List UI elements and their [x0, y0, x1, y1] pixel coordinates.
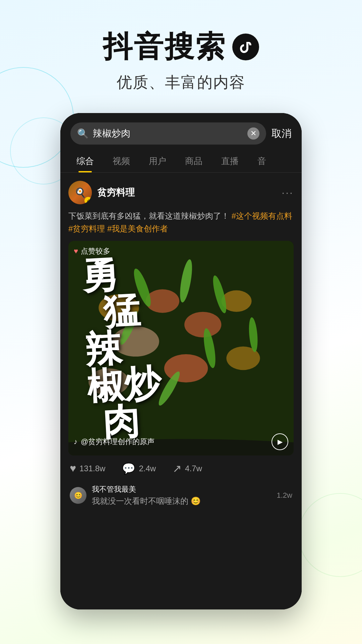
- more-options-icon[interactable]: ···: [282, 186, 294, 199]
- search-query[interactable]: 辣椒炒肉: [93, 127, 243, 140]
- post-user[interactable]: 🍳 ✓ 贫穷料理: [68, 181, 135, 204]
- play-button[interactable]: ▶: [272, 433, 288, 450]
- video-text-line1: 勇: [80, 254, 156, 294]
- comment-content: 我不管我最美 我就没一次看时不咽唾沫的 😊: [92, 484, 272, 506]
- heart-stat-icon: ♥: [70, 462, 76, 475]
- tab-label: 综合: [76, 156, 94, 166]
- comments-stat: 💬 2.4w: [122, 462, 156, 475]
- commenter-name: 我不管我最美: [92, 484, 272, 494]
- search-bar: 🔍 辣椒炒肉 ✕ 取消: [60, 113, 302, 150]
- tab-label: 用户: [149, 156, 166, 166]
- tab-audio[interactable]: 音: [248, 150, 276, 172]
- post-header: 🍳 ✓ 贫穷料理 ···: [68, 181, 294, 204]
- comment-preview: 😊 我不管我最美 我就没一次看时不咽唾沫的 😊 1.2w: [68, 480, 294, 511]
- shares-count: 4.7w: [185, 464, 202, 473]
- search-clear-button[interactable]: ✕: [247, 127, 259, 140]
- video-text-line4: 椒炒: [86, 365, 162, 405]
- avatar: 🍳 ✓: [68, 181, 92, 204]
- share-stat-icon: ↗: [173, 462, 182, 475]
- music-note-icon: ♪: [74, 437, 77, 446]
- search-icon: 🔍: [77, 128, 89, 139]
- cancel-button[interactable]: 取消: [272, 127, 292, 141]
- video-bottom: ♪ @贫穷料理创作的原声 ▶: [74, 433, 288, 450]
- commenter-avatar: 😊: [70, 487, 86, 504]
- search-tabs: 综合 视频 用户 商品 直播 音: [60, 150, 302, 173]
- sound-label: @贫穷料理创作的原声: [81, 437, 155, 447]
- comments-count: 2.4w: [139, 464, 156, 473]
- tab-comprehensive[interactable]: 综合: [67, 150, 103, 172]
- comment-stat-icon: 💬: [122, 462, 135, 475]
- badge-text: 点赞较多: [81, 246, 110, 256]
- phone-mockup: 🔍 辣椒炒肉 ✕ 取消 综合 视频 用户: [60, 113, 302, 609]
- likes-stat: ♥ 131.8w: [70, 462, 105, 475]
- video-text-line3: 辣: [84, 328, 160, 368]
- tab-label: 直播: [221, 156, 239, 166]
- content-area: 🍳 ✓ 贫穷料理 ··· 下饭菜到底有多凶猛，就看这道辣椒炒肉了！ #这个视频有…: [60, 173, 302, 609]
- post-description: 下饭菜到底有多凶猛，就看这道辣椒炒肉了！ #这个视频有点料 #贫穷料理 #我是美…: [68, 210, 294, 235]
- video-text-line2: 猛: [102, 291, 158, 330]
- tab-user[interactable]: 用户: [139, 150, 176, 172]
- search-input-wrap[interactable]: 🔍 辣椒炒肉 ✕: [70, 122, 266, 145]
- page-title: 抖音搜索: [0, 27, 362, 67]
- comment-count: 1.2w: [277, 491, 292, 500]
- comment-text: 我就没一次看时不咽唾沫的 😊: [92, 496, 272, 506]
- likes-count: 131.8w: [79, 464, 105, 473]
- post-desc-text: 下饭菜到底有多凶猛，就看这道辣椒炒肉了！: [68, 211, 229, 220]
- tiktok-logo-icon: [232, 34, 259, 60]
- phone-screen: 🔍 辣椒炒肉 ✕ 取消 综合 视频 用户: [60, 113, 302, 609]
- verified-badge: ✓: [84, 197, 92, 204]
- tab-label: 商品: [185, 156, 202, 166]
- video-overlay-text: 勇 猛 辣 椒炒 肉: [68, 241, 294, 455]
- shares-stat: ↗ 4.7w: [173, 462, 202, 475]
- heart-icon: ♥: [74, 247, 78, 256]
- tab-product[interactable]: 商品: [176, 150, 212, 172]
- tab-video[interactable]: 视频: [103, 150, 139, 172]
- title-text: 抖音搜索: [103, 27, 226, 67]
- video-badge: ♥ 点赞较多: [74, 246, 110, 256]
- tab-live[interactable]: 直播: [212, 150, 248, 172]
- video-thumbnail[interactable]: 勇 猛 辣 椒炒 肉 ♥ 点赞较多: [68, 241, 294, 455]
- video-sound-info: ♪ @贫穷料理创作的原声: [74, 437, 155, 447]
- close-icon: ✕: [250, 129, 256, 138]
- username: 贫穷料理: [97, 186, 135, 199]
- tab-label: 视频: [113, 156, 130, 166]
- stats-bar: ♥ 131.8w 💬 2.4w ↗ 4.7w: [68, 455, 294, 480]
- tab-label: 音: [257, 156, 266, 166]
